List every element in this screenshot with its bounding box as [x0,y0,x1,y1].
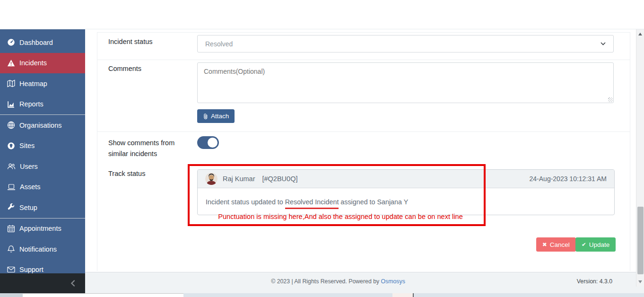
comments-label: Comments [108,65,141,72]
users-icon [7,163,16,170]
update-button[interactable]: ✔ Update [575,237,616,252]
chevron-down-icon [600,42,606,45]
vertical-scrollbar[interactable] [636,29,644,287]
osmosys-link[interactable]: Osmosys [381,278,405,285]
comment-timestamp: 24-Aug-2023 10:12:31 AM [530,175,607,183]
gauge-icon [7,38,15,46]
bell-icon [7,245,15,253]
panel-border-top [97,32,630,33]
sidebar-item-sites[interactable]: Sites [0,136,85,157]
cancel-button[interactable]: ✖ Cancel [536,237,576,252]
app-window: INCIDENT REPORTER 365 Edit incident Gopi… [0,0,644,297]
footer-version: Version: 4.3.0 [577,278,612,285]
sidebar-item-assets[interactable]: Assets [0,177,85,198]
scrollbar-thumb[interactable] [637,207,644,274]
taskbar-strip [0,293,644,297]
track-status-label: Track status [108,170,145,177]
review-annotation-note: Punctuation is missing here,And also the… [199,213,482,220]
globe-icon [7,121,15,129]
textarea-resize-handle[interactable] [608,97,613,102]
show-comments-label: Show comments from similar incidents [108,138,191,159]
toggle-knob [208,138,218,148]
sidebar-item-notifications[interactable]: Notifications [0,239,85,260]
incident-status-value: Resolved [205,40,600,48]
comments-input[interactable] [197,62,614,103]
sidebar-item-users[interactable]: Users [0,156,85,177]
envelope-icon [7,266,15,273]
scroll-up-arrow-icon[interactable] [638,33,642,35]
laptop-icon [7,183,16,191]
sidebar-item-reports[interactable]: Reports [0,94,85,115]
attach-button[interactable]: Attach [197,109,235,123]
sidebar-item-heatmap[interactable]: Heatmap [0,73,85,94]
calendar-icon [7,225,15,233]
footer-copyright: © 2023 | All Rights Reserved. Powered by… [85,278,591,285]
incident-status-select[interactable]: Resolved [197,35,614,52]
sidebar-item-setup[interactable]: Setup [0,197,85,218]
scroll-down-arrow-icon[interactable] [638,280,642,283]
sidebar-item-incidents[interactable]: Incidents [0,53,85,74]
check-icon: ✔ [582,241,586,248]
paperclip-icon [203,113,208,120]
show-comments-toggle[interactable] [197,136,219,149]
panel-border-left [97,32,97,271]
sidebar-item-organisations[interactable]: Organisations [0,115,85,136]
incident-status-label: Incident status [108,38,153,45]
sidebar-item-appointments[interactable]: Appointments [0,218,85,239]
row-divider [97,131,630,132]
map-icon [7,79,15,87]
warning-icon [7,59,15,67]
map-marker-icon [7,142,15,150]
sidebar-item-dashboard[interactable]: Dashboard [0,32,85,53]
sidebar-nav: Dashboard Incidents Heatmap Reports Orga… [0,29,85,293]
x-icon: ✖ [542,241,547,248]
top-header [0,0,644,29]
wrench-icon [7,203,15,211]
chart-icon [7,100,15,108]
sidebar-collapse-button[interactable] [0,273,85,293]
chevron-left-icon [70,280,76,287]
panel-border-right [630,32,630,271]
row-divider [97,60,630,60]
